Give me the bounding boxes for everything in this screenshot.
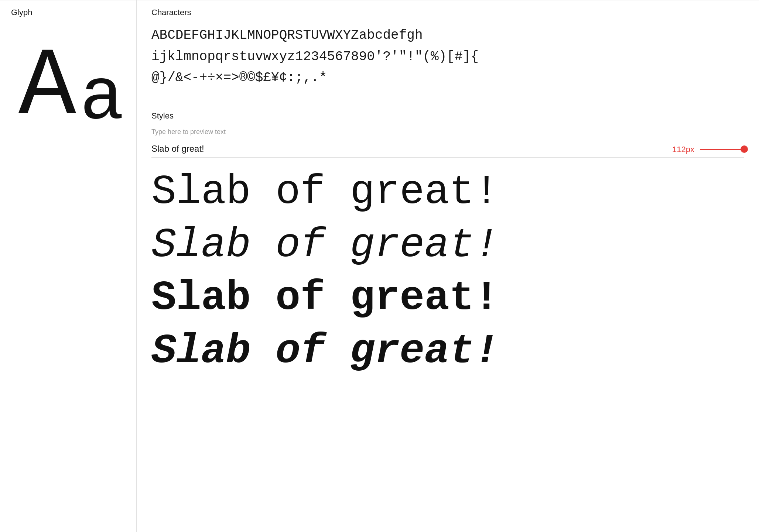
preview-input-row: Type here to preview text 112px xyxy=(151,128,744,158)
styles-label: Styles xyxy=(151,111,744,121)
glyph-lowercase: a xyxy=(80,62,124,135)
size-slider-track xyxy=(700,149,744,150)
characters-line1: ABCDEFGHIJKLMNOPQRSTUVWXYZabcdefgh xyxy=(151,25,744,46)
characters-line2: ijklmnopqrstuvwxyz1234567890'?'"!"(%)[#]… xyxy=(151,46,744,68)
characters-label: Characters xyxy=(151,8,744,17)
main-container: Glyph A a Characters ABCDEFGHIJKLMNOPQRS… xyxy=(0,0,759,532)
right-panel: Characters ABCDEFGHIJKLMNOPQRSTUVWXYZabc… xyxy=(137,0,759,532)
preview-text-input[interactable] xyxy=(151,136,744,157)
size-control: 112px xyxy=(672,145,744,154)
glyph-label: Glyph xyxy=(11,8,125,17)
section-divider xyxy=(151,100,744,100)
characters-display: ABCDEFGHIJKLMNOPQRSTUVWXYZabcdefgh ijklm… xyxy=(151,25,744,89)
style-row-regular-italic: Slab of great! xyxy=(151,222,744,270)
glyph-panel: Glyph A a xyxy=(0,0,137,532)
size-slider-thumb[interactable] xyxy=(741,145,748,153)
size-display: 112px xyxy=(672,145,694,154)
styles-section: Styles Type here to preview text 112px xyxy=(151,111,744,375)
glyph-display-area: A a xyxy=(11,25,125,143)
styles-preview: Slab of great! Slab of great! Slab of gr… xyxy=(151,169,744,375)
glyph-uppercase: A xyxy=(18,40,76,135)
characters-line3: @}/&<-+÷×=>®©$£¥¢:;,.* xyxy=(151,67,744,89)
preview-placeholder-label: Type here to preview text xyxy=(151,128,226,136)
style-row-bold-italic: Slab of great! xyxy=(151,328,744,375)
style-row-regular: Slab of great! xyxy=(151,169,744,216)
style-row-bold: Slab of great! xyxy=(151,275,744,322)
